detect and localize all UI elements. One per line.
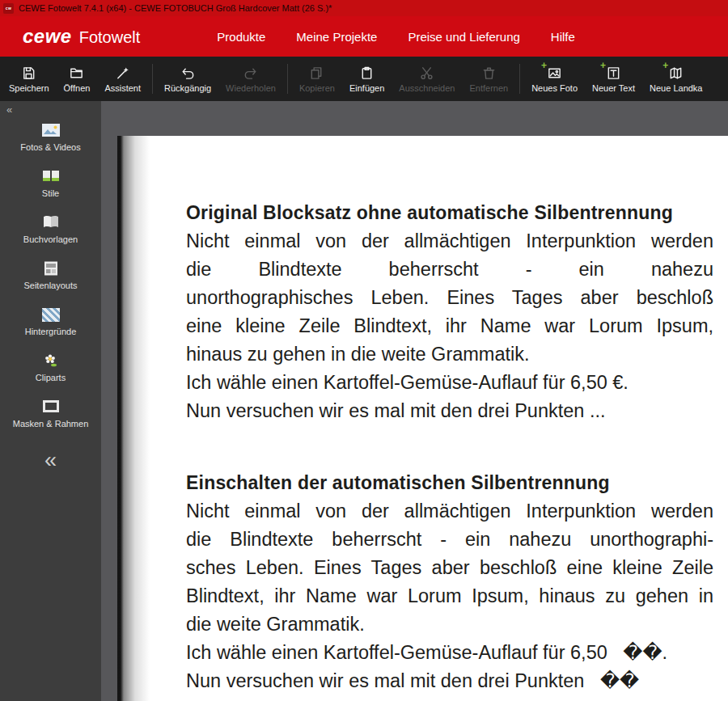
new-text-button-label: Neuer Text xyxy=(592,83,635,93)
cut-button: Ausschneiden xyxy=(392,57,462,101)
masks-frames-icon xyxy=(41,399,61,415)
app-icon: cw xyxy=(3,3,14,14)
menu-item-meine-projekte[interactable]: Meine Projekte xyxy=(296,30,377,44)
copy-button: Kopieren xyxy=(292,57,342,101)
undo-button[interactable]: Rückgängig xyxy=(157,57,218,101)
styles-icon xyxy=(41,168,61,184)
menu-item-produkte[interactable]: Produkte xyxy=(217,30,265,44)
body-line: Ich wähle einen Kartoffel-Gemüse-Auflauf… xyxy=(186,639,713,667)
toolbar-separator xyxy=(152,64,153,94)
sidebar-item-seitenlayouts[interactable]: Seitenlayouts xyxy=(0,260,101,290)
body-line: Blindtext, ihr Name war Lorum Ipsum, hin… xyxy=(186,582,713,610)
save-button-label: Speichern xyxy=(9,83,49,93)
open-button[interactable]: Öffnen xyxy=(57,57,98,101)
sidebar-item-hintergruende[interactable]: Hintergründe xyxy=(0,306,101,336)
new-map-icon: + xyxy=(668,65,684,81)
undo-icon xyxy=(180,65,196,81)
logo-fotowelt-text: Fotowelt xyxy=(79,28,141,47)
body-line: die Blindtexte beherrscht - ein nahezu u… xyxy=(186,526,713,554)
copy-button-label: Kopieren xyxy=(299,83,335,93)
assistant-button[interactable]: Assistent xyxy=(97,57,148,101)
page-layouts-icon xyxy=(41,260,61,277)
sidebar-item-label: Seitenlayouts xyxy=(23,281,77,290)
magic-wand-icon xyxy=(115,65,130,81)
sidebar-item-label: Fotos & Videos xyxy=(20,142,80,152)
photos-videos-icon xyxy=(41,122,61,138)
section-heading: Einschalten der automatischen Silbentren… xyxy=(186,469,713,497)
sidebar-item-label: Buchvorlagen xyxy=(23,234,78,244)
cewe-logo: cewe Fotowelt xyxy=(23,25,140,48)
new-photo-button[interactable]: + Neues Foto xyxy=(524,57,585,101)
save-icon xyxy=(21,65,36,81)
section-heading: Original Blocksatz ohne automatische Sil… xyxy=(186,199,713,227)
new-photo-button-label: Neues Foto xyxy=(531,83,578,93)
plus-badge-icon: + xyxy=(662,61,668,70)
open-folder-icon xyxy=(69,65,84,81)
book-page[interactable]: Original Blocksatz ohne automatische Sil… xyxy=(117,136,728,701)
save-button[interactable]: Speichern xyxy=(2,57,57,101)
body-line: Nicht einmal von der allmächtigen Interp… xyxy=(186,227,713,255)
logo-cewe-text: cewe xyxy=(23,25,72,48)
sidebar-item-label: Masken & Rahmen xyxy=(13,419,89,429)
new-map-button-label: Neue Landka xyxy=(650,83,702,93)
plus-badge-icon: + xyxy=(600,61,606,70)
sidebar-item-label: Hintergründe xyxy=(25,327,77,336)
sidebar: « Fotos & Videos Stile Buchvorlagen Seit… xyxy=(0,101,101,701)
body-line: Ich wähle einen Kartoffel-Gemüse-Auflauf… xyxy=(186,369,713,397)
new-map-button[interactable]: + Neue Landka xyxy=(642,57,709,101)
copy-icon xyxy=(309,65,324,81)
menu-bar: cewe Fotowelt Produkte Meine Projekte Pr… xyxy=(0,16,728,57)
window-title: CEWE Fotowelt 7.4.1 (x64) - CEWE FOTOBUC… xyxy=(19,3,332,13)
open-button-label: Öffnen xyxy=(64,83,91,93)
page-text-content: Original Blocksatz ohne automatische Sil… xyxy=(117,136,728,695)
sidebar-item-label: Stile xyxy=(42,188,59,198)
cut-button-label: Ausschneiden xyxy=(399,83,455,93)
body-line: Nicht einmal von der allmächtigen Interp… xyxy=(186,497,713,526)
sidebar-item-stile[interactable]: Stile xyxy=(0,168,101,198)
sidebar-collapse-bottom-button[interactable]: « xyxy=(0,448,101,473)
toolbar-separator xyxy=(287,64,288,94)
body-line: die Blindtexte beherrscht - ein nahezu xyxy=(186,255,713,284)
text-section-silbentrennung[interactable]: Einschalten der automatischen Silbentren… xyxy=(186,469,713,695)
sidebar-item-label: Cliparts xyxy=(36,373,66,382)
plus-badge-icon: + xyxy=(541,61,547,70)
backgrounds-icon xyxy=(42,306,60,323)
delete-button-label: Entfernen xyxy=(469,83,508,93)
new-photo-icon: + xyxy=(547,65,562,81)
assistant-button-label: Assistent xyxy=(104,83,141,93)
sidebar-item-cliparts[interactable]: Cliparts xyxy=(0,353,101,382)
editor-canvas[interactable]: Original Blocksatz ohne automatische Sil… xyxy=(101,101,728,701)
paste-button[interactable]: Einfügen xyxy=(342,57,392,101)
redo-button: Wiederholen xyxy=(218,57,283,101)
sidebar-item-fotos-videos[interactable]: Fotos & Videos xyxy=(0,122,101,152)
undo-button-label: Rückgängig xyxy=(164,83,211,93)
body-line: Nun versuchen wir es mal mit den drei Pu… xyxy=(186,397,713,425)
paste-button-label: Einfügen xyxy=(349,83,384,93)
workspace: « Fotos & Videos Stile Buchvorlagen Seit… xyxy=(0,101,728,701)
new-text-button[interactable]: + Neuer Text xyxy=(585,57,642,101)
main-menu: Produkte Meine Projekte Preise und Liefe… xyxy=(217,30,575,44)
body-line: Nun versuchen wir es mal mit den drei Pu… xyxy=(186,667,713,695)
body-line: die weite Grammatik. xyxy=(186,610,713,639)
body-line: eine kleine Zeile Blindtext, ihr Name wa… xyxy=(186,312,713,340)
book-templates-icon xyxy=(41,214,61,230)
menu-item-preise-und-lieferung[interactable]: Preise und Lieferung xyxy=(408,30,519,44)
toolbar: Speichern Öffnen Assistent Rückgängig Wi… xyxy=(0,57,728,101)
new-text-icon: + xyxy=(606,65,621,81)
sidebar-collapse-button[interactable]: « xyxy=(0,101,101,122)
body-line: hinaus zu gehen in die weite Grammatik. xyxy=(186,340,713,369)
toolbar-separator xyxy=(519,64,520,94)
redo-icon xyxy=(243,65,258,81)
scissors-icon xyxy=(419,65,434,81)
body-line: unorthographisches Leben. Eines Tages ab… xyxy=(186,284,713,312)
redo-button-label: Wiederholen xyxy=(226,83,276,93)
menu-item-hilfe[interactable]: Hilfe xyxy=(551,30,575,44)
paste-clipboard-icon xyxy=(359,65,375,81)
title-bar: cw CEWE Fotowelt 7.4.1 (x64) - CEWE FOTO… xyxy=(0,0,728,16)
sidebar-item-buchvorlagen[interactable]: Buchvorlagen xyxy=(0,214,101,244)
trash-icon xyxy=(481,65,497,81)
delete-button: Entfernen xyxy=(462,57,515,101)
sidebar-item-masken-rahmen[interactable]: Masken & Rahmen xyxy=(0,399,101,429)
text-section-original-blocksatz[interactable]: Original Blocksatz ohne automatische Sil… xyxy=(186,199,713,425)
cliparts-flower-icon xyxy=(41,353,61,369)
